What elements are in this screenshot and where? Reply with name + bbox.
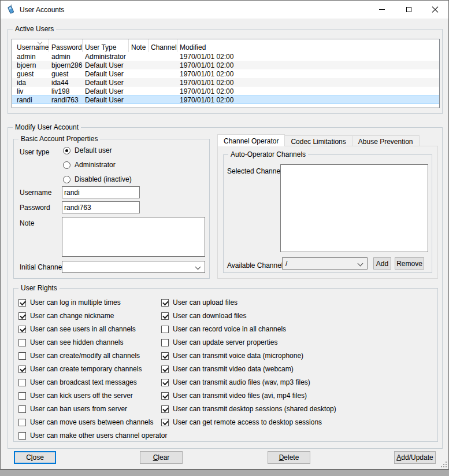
checkbox-change-nickname[interactable]: User can change nickname — [18, 312, 114, 320]
radio-default-user[interactable]: Default user — [63, 146, 112, 154]
cell-user-type: Default User — [83, 87, 129, 95]
tab-label: Codec Limitations — [291, 138, 346, 146]
checkbox-icon — [161, 352, 169, 360]
checkbox-label: User can make other users channel operat… — [30, 431, 167, 440]
user-rights-group: User Rights User can log in multiple tim… — [13, 288, 438, 442]
radio-label: Default user — [75, 146, 112, 154]
cell-password: admin — [49, 53, 83, 61]
sort-indicator-icon — [38, 40, 42, 44]
tab-codec-limitations[interactable]: Codec Limitations — [284, 135, 352, 146]
checkbox-icon — [161, 339, 169, 346]
radio-disabled-inactive[interactable]: Disabled (inactive) — [63, 175, 132, 183]
checkbox-label: User can download files — [173, 312, 246, 320]
checkbox-label: User can transmit video files (avi, mp4 … — [173, 392, 307, 400]
checkbox-label: User can record voice in all channels — [173, 325, 286, 333]
checkbox-record-voice[interactable]: User can record voice in all channels — [161, 325, 286, 333]
checkbox-download-files[interactable]: User can download files — [161, 312, 246, 320]
checkbox-upload-files[interactable]: User can upload files — [161, 298, 238, 307]
cell-username: randi — [12, 96, 49, 104]
checkbox-update-server-properties[interactable]: User can update server properties — [161, 338, 277, 346]
maximize-button[interactable] — [395, 1, 422, 19]
add-button[interactable]: Add — [373, 257, 391, 270]
close-window-button[interactable] — [422, 1, 448, 19]
column-header-user-type[interactable]: User Type — [83, 39, 129, 52]
radio-label: Disabled (inactive) — [75, 175, 132, 183]
basic-group-label: Basic Account Properties — [18, 135, 100, 143]
checkbox-kick-users[interactable]: User can kick users off the server — [18, 392, 133, 400]
add-update-button[interactable]: Add/Update — [394, 451, 436, 464]
tab-bar: Channel Operator Codec Limitations Abuse… — [217, 134, 419, 146]
titlebar[interactable]: User Accounts — [1, 1, 448, 19]
auto-operator-group-label: Auto-Operator Channels — [228, 150, 308, 158]
checkbox-transmit-audio-files[interactable]: User can transmit audio files (wav, mp3 … — [161, 378, 310, 386]
checkbox-label: User can get remote access to desktop se… — [173, 418, 322, 426]
cell-password: ida44 — [49, 79, 83, 87]
checkbox-label: User can transmit audio files (wav, mp3 … — [173, 378, 310, 386]
tab-abuse-prevention[interactable]: Abuse Prevention — [352, 135, 420, 146]
available-channels-value: / — [285, 260, 287, 268]
selected-channels-listbox[interactable] — [280, 164, 428, 252]
table-row[interactable]: liv liv198 Default User 1970/01/01 02:00 — [12, 87, 439, 95]
column-header-channel[interactable]: Channel — [149, 39, 177, 52]
checkbox-label: User can change nickname — [30, 312, 114, 320]
resize-grip[interactable] — [439, 460, 447, 467]
delete-button[interactable]: Delete — [268, 451, 310, 464]
minimize-button[interactable] — [369, 1, 395, 19]
checkbox-see-hidden-channels[interactable]: User can see hidden channels — [18, 338, 123, 346]
column-header-username[interactable]: Username — [12, 39, 49, 52]
checkbox-transmit-voice[interactable]: User can transmit voice data (microphone… — [161, 352, 303, 360]
available-channels-combobox[interactable]: / — [282, 257, 368, 270]
checkbox-transmit-desktop-sessions[interactable]: User can transmit desktop sessions (shar… — [161, 405, 336, 413]
initial-channel-combobox[interactable] — [62, 261, 205, 273]
remove-button[interactable]: Remove — [395, 257, 424, 270]
cell-password: randi763 — [49, 96, 83, 104]
note-label: Note — [20, 219, 34, 227]
checkbox-icon — [161, 405, 169, 413]
username-input[interactable] — [62, 186, 140, 198]
available-channels-label: Available Channels — [227, 261, 287, 270]
cell-modified: 1970/01/01 02:00 — [177, 61, 439, 69]
table-row[interactable]: bjoern bjoern286 Default User 1970/01/01… — [12, 61, 439, 69]
checkbox-transmit-video[interactable]: User can transmit video data (webcam) — [161, 365, 294, 373]
checkbox-label: User can transmit video data (webcam) — [173, 365, 294, 373]
column-header-modified[interactable]: Modified — [177, 39, 439, 52]
cell-modified: 1970/01/01 02:00 — [177, 70, 439, 78]
checkbox-broadcast-text-messages[interactable]: User can broadcast text messages — [18, 378, 137, 386]
tab-channel-operator[interactable]: Channel Operator — [217, 134, 285, 146]
table-row[interactable]: guest guest Default User 1970/01/01 02:0… — [12, 69, 439, 78]
checkbox-create-modify-all-channels[interactable]: User can create/modify all channels — [18, 352, 140, 360]
active-users-group-label: Active Users — [13, 25, 56, 33]
table-row[interactable]: admin admin Administrator 1970/01/01 02:… — [12, 52, 439, 61]
user-type-label: User type — [20, 148, 49, 156]
checkbox-make-channel-operator[interactable]: User can make other users channel operat… — [18, 431, 167, 440]
table-row-selected[interactable]: randi randi763 Default User 1970/01/01 0… — [12, 95, 439, 104]
modify-group-label: Modify User Account — [13, 123, 81, 131]
column-header-note[interactable]: Note — [129, 39, 149, 52]
cell-username: ida — [12, 79, 49, 87]
checkbox-icon — [161, 419, 169, 426]
active-users-table[interactable]: Username Password User Type Note Channel… — [12, 39, 440, 108]
checkbox-icon — [161, 366, 169, 373]
clear-button[interactable]: Clear — [140, 451, 183, 464]
cell-password: bjoern286 — [49, 61, 83, 69]
button-label-part: elete — [284, 453, 299, 462]
checkbox-label: User can update server properties — [173, 338, 277, 346]
checkbox-move-users[interactable]: User can move users between channels — [18, 418, 153, 426]
user-accounts-window: User Accounts Active Users Username Pass… — [0, 0, 449, 470]
checkbox-ban-users[interactable]: User can ban users from server — [18, 405, 127, 413]
password-input[interactable] — [62, 201, 140, 213]
checkbox-see-users-all-channels[interactable]: User can see users in all channels — [18, 325, 136, 333]
column-header-password[interactable]: Password — [49, 39, 83, 52]
checkbox-create-temporary-channels[interactable]: User can create temporary channels — [18, 365, 142, 373]
initial-channel-label: Initial Channel — [20, 263, 64, 271]
checkbox-icon — [161, 392, 169, 400]
radio-administrator[interactable]: Administrator — [63, 161, 116, 169]
table-row[interactable]: ida ida44 Default User 1970/01/01 02:00 — [12, 78, 439, 87]
checkbox-transmit-video-files[interactable]: User can transmit video files (avi, mp4 … — [161, 392, 307, 400]
note-input[interactable] — [62, 217, 205, 257]
cell-username: liv — [12, 87, 49, 95]
active-users-group: Active Users Username Password User Type… — [8, 29, 443, 114]
checkbox-log-in-multiple-times[interactable]: User can log in multiple times — [18, 298, 121, 307]
close-dialog-button[interactable]: Close — [14, 451, 56, 464]
checkbox-remote-access-desktop[interactable]: User can get remote access to desktop se… — [161, 418, 322, 426]
